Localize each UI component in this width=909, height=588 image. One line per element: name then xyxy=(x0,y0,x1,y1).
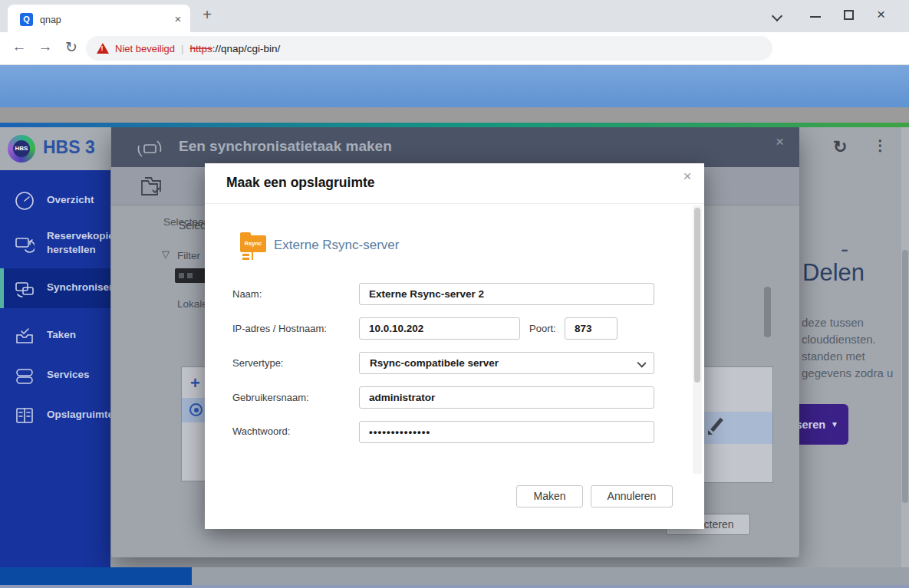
select-folders-icon xyxy=(139,175,166,199)
security-warning-icon[interactable] xyxy=(97,43,109,54)
select-source-text: Selecteer xyxy=(163,216,207,228)
browser-tab-strip: Q qnap × + × xyxy=(0,0,909,32)
modal-scrollbar-thumb[interactable] xyxy=(694,208,700,383)
new-tab-button[interactable]: + xyxy=(198,6,216,24)
app-window-title-strip: + × xyxy=(0,107,909,123)
filter-label[interactable]: Filter xyxy=(177,250,200,261)
host-label: IP-adres / Hostnaam: xyxy=(232,323,327,334)
forward-icon[interactable]: → xyxy=(35,38,55,55)
hbs-sidebar: Overzicht Reservekopie herstellen Synchr… xyxy=(0,170,110,567)
port-input[interactable] xyxy=(565,317,618,340)
sync-dialog-title: Een synchronisatietaak maken xyxy=(179,138,392,155)
security-label[interactable]: Niet beveiligd xyxy=(115,43,175,54)
hbs-sidebar-header: HBS HBS 3 xyxy=(0,127,110,170)
username-label: Gebruikersnaam: xyxy=(232,392,309,403)
qts-top-bar: HBS HBS 3 Hybrid ... × admin ▼ 10+ xyxy=(0,65,909,107)
sidebar-item-services[interactable]: Services xyxy=(0,356,110,396)
desktop-bottom-right xyxy=(192,567,909,585)
browser-toolbar: ← → ↻ Niet beveiligd | https ://qnap/cgi… xyxy=(0,32,909,65)
filter-funnel-icon: ▽ xyxy=(162,248,170,260)
rsync-server-icon: Rsync xyxy=(240,232,268,260)
sync-dialog-close-icon[interactable]: × xyxy=(776,133,784,150)
window-minimize-icon[interactable] xyxy=(810,16,821,18)
url-text: ://qnap/cgi-bin/ xyxy=(212,43,281,54)
sync-task-icon xyxy=(134,133,165,164)
create-sync-task-dialog: Een synchronisatietaak maken × Selecteer… xyxy=(111,127,799,557)
maken-button[interactable]: Maken xyxy=(516,485,583,508)
modal-scrollbar[interactable] xyxy=(693,205,702,474)
url-scheme: https xyxy=(189,43,212,54)
hbs-window: HBS HBS 3 Overzicht Reservekopie herstel… xyxy=(0,127,909,567)
sync-dialog-header: Een synchronisatietaak maken × xyxy=(111,127,799,167)
port-label: Poort: xyxy=(529,323,556,334)
sidebar-item-opslagruimten[interactable]: Opslagruimten xyxy=(0,396,110,435)
content-paragraph-fragment: deze tussen clouddiensten. standen met g… xyxy=(802,314,893,382)
edit-pencil-icon[interactable] xyxy=(708,418,725,435)
sidebar-item-overzicht[interactable]: Overzicht xyxy=(0,181,110,221)
server-type-label: Servertype: xyxy=(232,357,283,369)
address-bar[interactable]: Niet beveiligd | https ://qnap/cgi-bin/ xyxy=(86,36,772,61)
modal-title: Maak een opslagruimte xyxy=(226,175,375,191)
sidebar-item-reservekopie-herstellen[interactable]: Reservekopie herstellen xyxy=(0,221,110,267)
window-chevron-icon[interactable] xyxy=(773,11,782,20)
sidebar-item-synchroniseren[interactable]: Synchroniseren xyxy=(0,268,110,308)
desktop-bottom-left xyxy=(0,567,192,585)
annuleren-button[interactable]: Annuleren xyxy=(591,485,673,508)
reload-icon[interactable]: ↻ xyxy=(61,38,81,56)
window-close-icon[interactable]: × xyxy=(877,6,885,23)
chevron-down-icon xyxy=(637,358,646,367)
back-icon[interactable]: ← xyxy=(9,38,29,55)
modal-close-icon[interactable]: × xyxy=(678,168,697,185)
hbs-scrollbar-thumb[interactable] xyxy=(902,250,908,503)
name-input[interactable] xyxy=(359,283,654,305)
browser-tab[interactable]: Q qnap × xyxy=(8,5,190,32)
host-input[interactable] xyxy=(359,317,520,340)
button-caret-icon: ▼ xyxy=(831,420,838,429)
add-storage-icon[interactable]: + xyxy=(190,373,200,393)
hbs-menu-icon[interactable]: ⋮ xyxy=(873,136,888,154)
hbs-logo-icon: HBS xyxy=(8,135,35,163)
dialog-scrollbar-thumb[interactable] xyxy=(764,287,771,337)
radio-selected-icon[interactable] xyxy=(189,403,203,416)
omnibox-separator: | xyxy=(181,43,183,54)
password-label: Wachtwoord: xyxy=(232,425,290,437)
server-type-heading: Externe Rsync-server xyxy=(274,238,399,253)
name-label: Naam: xyxy=(232,288,262,300)
modal-form: Rsync Externe Rsync-server Naam: IP-adre… xyxy=(205,204,704,475)
username-input[interactable] xyxy=(359,386,654,409)
content-heading-fragment: Delen xyxy=(802,259,865,287)
server-type-select[interactable]: Rsync-compatibele server xyxy=(359,352,654,374)
tab-close-icon[interactable]: × xyxy=(170,12,186,25)
create-storage-modal: × Maak een opslagruimte Rsync Externe Rs… xyxy=(205,163,704,529)
hbs-refresh-icon[interactable]: ↻ xyxy=(833,137,847,157)
sidebar-item-taken[interactable]: Taken xyxy=(0,316,110,356)
browser-tab-title: qnap xyxy=(40,15,61,25)
content-heading-dash: - xyxy=(841,236,848,262)
window-maximize-icon[interactable] xyxy=(844,10,854,20)
password-input[interactable] xyxy=(359,421,654,443)
desktop-bottom-edge xyxy=(0,585,909,588)
hbs-app-title: HBS 3 xyxy=(43,137,95,158)
qnap-favicon: Q xyxy=(20,13,33,26)
